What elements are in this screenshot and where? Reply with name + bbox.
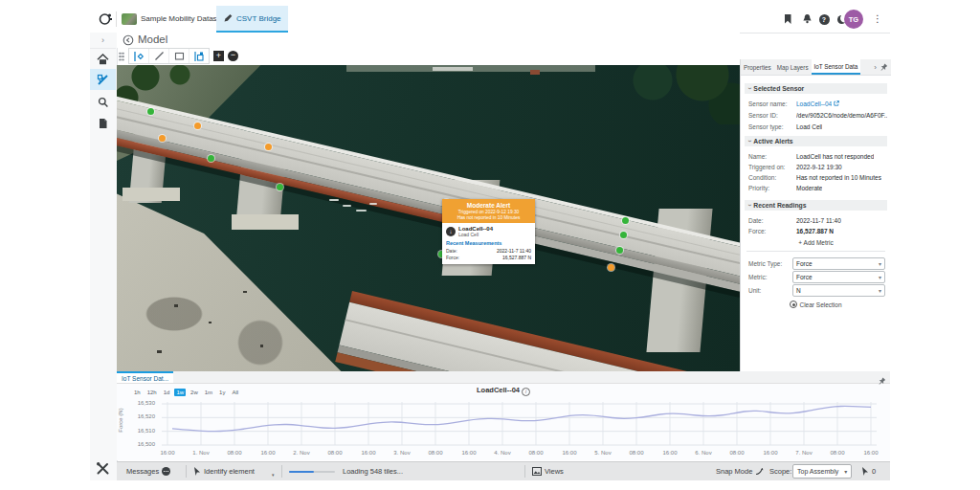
snap-mode-button[interactable]: Snap Mode bbox=[716, 462, 764, 480]
more-menu-icon[interactable]: ⋮ bbox=[871, 12, 884, 26]
time-range-1w[interactable]: 1w bbox=[174, 389, 186, 396]
metric-select[interactable]: Force▾ bbox=[792, 271, 885, 283]
square-plus-icon[interactable]: + bbox=[213, 51, 224, 61]
time-range-1y[interactable]: 1y bbox=[217, 389, 227, 396]
time-range-all[interactable]: All bbox=[230, 389, 240, 396]
measure-line-icon[interactable] bbox=[149, 49, 169, 63]
divider bbox=[186, 465, 187, 478]
search-icon[interactable] bbox=[90, 92, 116, 113]
vegetation bbox=[614, 65, 740, 124]
x-tick-label: 16:00 bbox=[555, 450, 584, 456]
chart-plot[interactable] bbox=[159, 398, 879, 450]
sensor-marker-ok[interactable] bbox=[208, 155, 214, 162]
divider bbox=[524, 465, 525, 478]
time-range-1h[interactable]: 1h bbox=[132, 389, 143, 396]
view-header: Model bbox=[117, 33, 740, 48]
help-icon[interactable]: ? bbox=[817, 12, 831, 26]
y-tick-label: 16,500 bbox=[117, 441, 155, 447]
add-metric-button[interactable]: + Add Metric bbox=[741, 239, 891, 246]
tab-csvt-bridge[interactable]: CSVT Bridge bbox=[216, 6, 288, 33]
x-tick-label: 08:00 bbox=[321, 450, 349, 456]
app-logo-icon[interactable] bbox=[98, 11, 113, 27]
tab-properties[interactable]: Properties bbox=[741, 59, 774, 75]
section-active-alerts[interactable]: › Active Alerts bbox=[745, 136, 887, 146]
measure-rectangle-icon[interactable] bbox=[169, 49, 189, 63]
avatar[interactable]: TG bbox=[844, 10, 863, 29]
views-button[interactable]: Views bbox=[532, 462, 564, 480]
x-tick-label: 5. Nov bbox=[589, 450, 617, 456]
dock bbox=[433, 67, 473, 71]
tab-map-layers[interactable]: Map Layers bbox=[774, 59, 812, 75]
home-icon[interactable] bbox=[90, 49, 116, 70]
panel-expand-icon[interactable]: › bbox=[874, 63, 877, 72]
messages-button[interactable]: Messages bbox=[126, 462, 170, 480]
model-back-icon[interactable] bbox=[122, 34, 134, 46]
document-icon[interactable] bbox=[90, 113, 116, 134]
sensor-type-value: Load Cell bbox=[796, 123, 822, 130]
debris bbox=[243, 291, 247, 293]
scope-select[interactable]: Top Assembly▾ bbox=[792, 464, 852, 479]
clear-selection-button[interactable]: Clear Selection bbox=[741, 301, 891, 308]
recent-measurements-link[interactable]: Recent Measurements bbox=[446, 240, 531, 246]
sensor-name-link[interactable]: LoadCell--04 bbox=[796, 100, 832, 107]
tab-iot-sensor-data-bottom[interactable]: IoT Sensor Dat... bbox=[117, 371, 173, 383]
time-range-1d[interactable]: 1d bbox=[162, 389, 172, 396]
tool-caret-icon[interactable]: ▾ bbox=[272, 472, 275, 478]
boat bbox=[356, 210, 367, 212]
x-tick-label: 08:00 bbox=[220, 450, 249, 456]
field-label: Sensor name: bbox=[748, 100, 796, 107]
sensor-marker-ok[interactable] bbox=[616, 247, 623, 254]
sensor-marker-ok[interactable] bbox=[277, 184, 283, 190]
cursor-icon bbox=[193, 467, 201, 477]
alert-header: Moderate Alert Triggered on 2022-9-12 19… bbox=[442, 199, 535, 223]
x-tick-label: 08:00 bbox=[723, 450, 751, 456]
identify-element-tool[interactable]: Identify element bbox=[193, 462, 255, 480]
sensor-marker-alert[interactable] bbox=[159, 135, 166, 142]
clip-volume-icon[interactable] bbox=[189, 49, 209, 63]
sidebar-item-iot-sensors[interactable] bbox=[90, 69, 116, 90]
bookmark-icon[interactable] bbox=[781, 12, 794, 26]
metric-type-select[interactable]: Force▾ bbox=[792, 257, 885, 270]
sensor-marker-ok[interactable] bbox=[620, 232, 627, 238]
x-tick-label: 7. Nov bbox=[790, 450, 818, 456]
roof bbox=[530, 70, 540, 75]
measure-distance-icon[interactable] bbox=[129, 49, 149, 63]
time-range-buttons: 1h12h1d1w2w1m1yAll bbox=[132, 389, 240, 396]
unit-select[interactable]: N▾ bbox=[792, 284, 885, 297]
clear-selection-icon bbox=[790, 301, 797, 308]
sensor-marker-alert[interactable] bbox=[608, 264, 614, 271]
debris bbox=[260, 345, 263, 347]
circle-minus-icon[interactable]: − bbox=[228, 51, 238, 61]
model-3d-viewport[interactable]: Moderate Alert Triggered on 2022-9-12 19… bbox=[117, 65, 740, 371]
bell-icon[interactable] bbox=[800, 12, 813, 26]
sensor-marker-alert[interactable] bbox=[194, 122, 201, 129]
chevron-down-icon: › bbox=[746, 204, 753, 206]
project-thumbnail[interactable] bbox=[122, 13, 137, 25]
sensor-marker-ok[interactable] bbox=[622, 217, 629, 224]
screen: Sample Mobility Dataset › CSVT Bridge ? … bbox=[0, 0, 980, 490]
time-range-1m[interactable]: 1m bbox=[203, 389, 214, 396]
sensor-alert-tooltip[interactable]: Moderate Alert Triggered on 2022-9-12 19… bbox=[442, 199, 535, 264]
y-tick-label: 16,510 bbox=[117, 428, 155, 434]
info-icon[interactable]: i bbox=[522, 388, 530, 396]
sidebar-expand-icon[interactable]: › bbox=[90, 33, 116, 49]
section-selected-sensor[interactable]: › Selected Sensor bbox=[745, 83, 887, 94]
tab-iot-sensor-data[interactable]: IoT Sensor Data bbox=[812, 59, 861, 75]
x-tick-label: 3. Nov bbox=[388, 450, 416, 456]
time-range-2w[interactable]: 2w bbox=[189, 389, 200, 396]
sensor-marker-alert[interactable] bbox=[265, 144, 272, 150]
snap-mode-icon bbox=[755, 467, 764, 476]
x-tick-label: 16:00 bbox=[656, 450, 684, 456]
loading-status: Loading 548 tiles... bbox=[343, 462, 403, 480]
sensor-id-value: /dev/9052C6/node/demo/A6F0F... bbox=[796, 112, 887, 119]
tools-icon[interactable] bbox=[90, 457, 116, 479]
pin-icon[interactable] bbox=[878, 61, 890, 74]
time-range-12h[interactable]: 12h bbox=[145, 389, 159, 396]
right-panel: Properties Map Layers IoT Sensor Data › … bbox=[740, 59, 891, 373]
drag-handle-icon[interactable] bbox=[119, 52, 124, 61]
force-series-line bbox=[172, 406, 871, 431]
sensor-chart: LoadCell--04i 1h12h1d1w2w1m1yAll Force (… bbox=[117, 383, 890, 459]
section-recent-readings[interactable]: › Recent Readings bbox=[745, 200, 887, 211]
sensor-marker-ok[interactable] bbox=[147, 108, 154, 115]
sensor-data-icon bbox=[97, 74, 109, 86]
